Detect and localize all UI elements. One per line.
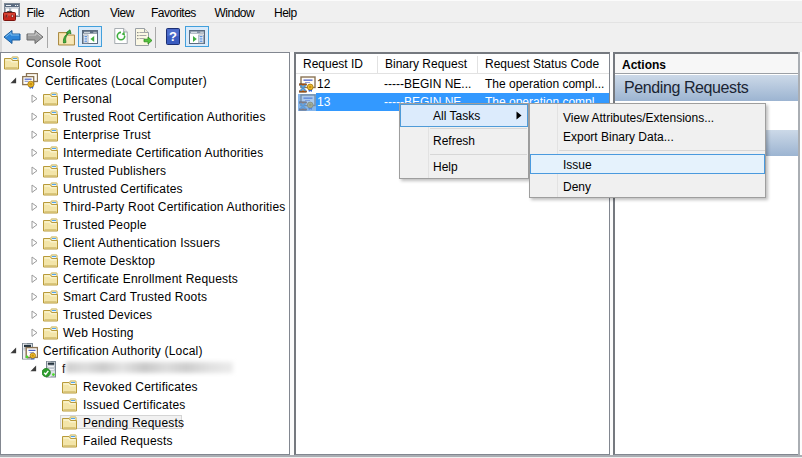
svg-text:?: ? (169, 29, 177, 44)
